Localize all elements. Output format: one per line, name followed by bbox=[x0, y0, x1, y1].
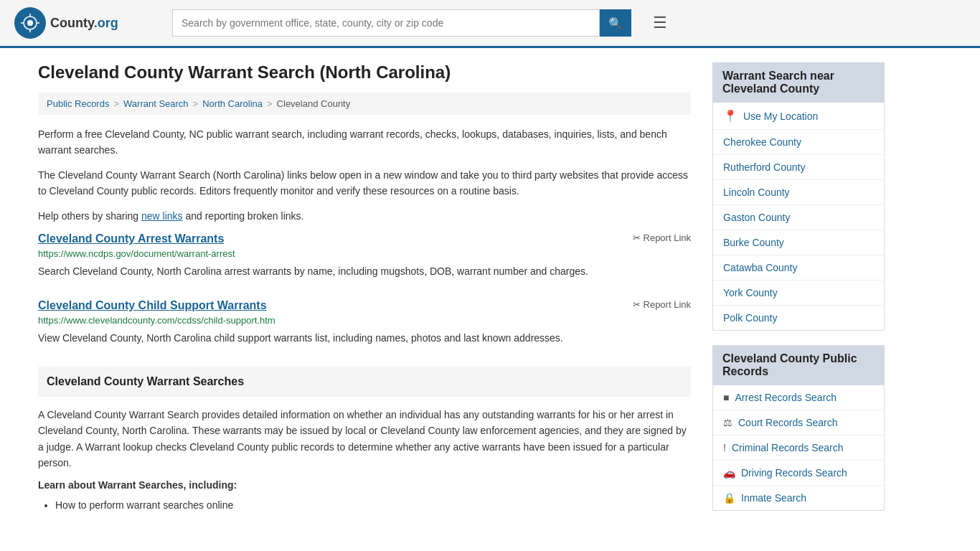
main-container: Cleveland County Warrant Search (North C… bbox=[24, 48, 956, 540]
sidebar-public-records-links: ■ Arrest Records Search ⚖ Court Records … bbox=[712, 385, 885, 511]
page-title: Cleveland County Warrant Search (North C… bbox=[38, 62, 691, 83]
breadcrumb-north-carolina[interactable]: North Carolina bbox=[202, 98, 263, 109]
record-desc-0: Search Cleveland County, North Carolina … bbox=[38, 263, 691, 279]
intro-para-3: Help others by sharing new links and rep… bbox=[38, 208, 691, 224]
report-link-btn-1[interactable]: ✂ Report Link bbox=[633, 299, 691, 310]
sidebar-county-4: Burke County bbox=[713, 230, 884, 255]
learn-heading: Learn about Warrant Searches, including: bbox=[38, 479, 691, 491]
sidebar-nearby-section: Warrant Search near Cleveland County 📍 U… bbox=[712, 62, 885, 331]
record-url-1: https://www.clevelandcounty.com/ccdss/ch… bbox=[38, 315, 691, 326]
pr-link-3[interactable]: Driving Records Search bbox=[741, 467, 847, 479]
county-link-7[interactable]: Polk County bbox=[723, 312, 777, 324]
breadcrumb-warrant-search[interactable]: Warrant Search bbox=[123, 98, 189, 109]
pr-icon-1: ⚖ bbox=[723, 417, 732, 428]
report-link-label-0: Report Link bbox=[644, 232, 691, 243]
warrant-section-body: A Cleveland County Warrant Search provid… bbox=[38, 407, 691, 471]
county-link-5[interactable]: Catawba County bbox=[723, 262, 798, 273]
breadcrumb-public-records[interactable]: Public Records bbox=[47, 98, 109, 109]
sidebar-pr-0: ■ Arrest Records Search bbox=[713, 385, 884, 410]
logo-link[interactable]: County.org bbox=[14, 7, 158, 39]
sidebar-county-7: Polk County bbox=[713, 306, 884, 330]
record-entry-1: Cleveland County Child Support Warrants … bbox=[38, 299, 691, 346]
sidebar-pr-1: ⚖ Court Records Search bbox=[713, 410, 884, 435]
site-header: County.org 🔍 ☰ bbox=[0, 0, 980, 48]
breadcrumb-sep-1: > bbox=[113, 98, 119, 109]
report-link-btn-0[interactable]: ✂ Report Link bbox=[633, 232, 691, 243]
county-link-2[interactable]: Lincoln County bbox=[723, 187, 790, 198]
pr-link-2[interactable]: Criminal Records Search bbox=[732, 442, 844, 453]
pr-link-0[interactable]: Arrest Records Search bbox=[735, 392, 837, 403]
sidebar-public-records-title: Cleveland County Public Records bbox=[712, 345, 885, 385]
pr-icon-4: 🔒 bbox=[723, 492, 735, 504]
sidebar: Warrant Search near Cleveland County 📍 U… bbox=[712, 62, 885, 525]
pr-link-4[interactable]: Inmate Search bbox=[741, 492, 806, 504]
record-title-0[interactable]: Cleveland County Arrest Warrants bbox=[38, 232, 224, 245]
intro-para-3-pre: Help others by sharing bbox=[38, 210, 141, 222]
intro-para-2: The Cleveland County Warrant Search (Nor… bbox=[38, 167, 691, 199]
breadcrumb-cleveland-county: Cleveland County bbox=[277, 98, 351, 109]
record-header-1: Cleveland County Child Support Warrants … bbox=[38, 299, 691, 312]
sidebar-use-location: 📍 Use My Location bbox=[713, 103, 884, 130]
report-link-icon-0: ✂ bbox=[633, 232, 641, 243]
bullet-item-0: How to perform warrant searches online bbox=[55, 496, 691, 514]
record-entry-0: Cleveland County Arrest Warrants ✂ Repor… bbox=[38, 232, 691, 279]
search-button[interactable]: 🔍 bbox=[600, 9, 631, 37]
new-links-link[interactable]: new links bbox=[141, 210, 183, 222]
sidebar-county-0: Cherokee County bbox=[713, 130, 884, 155]
sidebar-county-5: Catawba County bbox=[713, 255, 884, 281]
warrant-section-title: Cleveland County Warrant Searches bbox=[47, 375, 244, 387]
warrant-section-header: Cleveland County Warrant Searches bbox=[38, 367, 691, 397]
logo-icon bbox=[14, 7, 46, 39]
record-url-0: https://www.ncdps.gov/document/warrant-a… bbox=[38, 248, 691, 259]
county-link-1[interactable]: Rutherford County bbox=[723, 161, 805, 173]
sidebar-county-1: Rutherford County bbox=[713, 155, 884, 180]
intro-para-3-post: and reporting broken links. bbox=[183, 210, 304, 222]
pr-icon-3: 🚗 bbox=[723, 467, 735, 479]
county-link-0[interactable]: Cherokee County bbox=[723, 136, 801, 148]
breadcrumb: Public Records > Warrant Search > North … bbox=[38, 93, 691, 115]
sidebar-county-6: York County bbox=[713, 281, 884, 306]
bullet-list: How to perform warrant searches online bbox=[38, 496, 691, 514]
sidebar-nearby-title: Warrant Search near Cleveland County bbox=[712, 62, 885, 103]
sidebar-county-3: Gaston County bbox=[713, 205, 884, 230]
svg-point-2 bbox=[27, 20, 33, 26]
content-area: Cleveland County Warrant Search (North C… bbox=[38, 62, 691, 525]
search-area: 🔍 bbox=[172, 9, 631, 37]
report-link-icon-1: ✂ bbox=[633, 299, 641, 310]
sidebar-county-2: Lincoln County bbox=[713, 180, 884, 205]
sidebar-public-records-section: Cleveland County Public Records ■ Arrest… bbox=[712, 345, 885, 511]
pr-icon-0: ■ bbox=[723, 392, 729, 403]
intro-para-1: Perform a free Cleveland County, NC publ… bbox=[38, 126, 691, 159]
logo-text: County.org bbox=[50, 16, 118, 31]
sidebar-pr-4: 🔒 Inmate Search bbox=[713, 486, 884, 510]
record-desc-1: View Cleveland County, North Carolina ch… bbox=[38, 330, 691, 346]
sidebar-nearby-links: 📍 Use My Location Cherokee County Ruther… bbox=[712, 103, 885, 331]
use-my-location-link[interactable]: Use My Location bbox=[743, 110, 818, 122]
sidebar-pr-3: 🚗 Driving Records Search bbox=[713, 461, 884, 486]
county-link-4[interactable]: Burke County bbox=[723, 237, 784, 248]
record-title-1[interactable]: Cleveland County Child Support Warrants bbox=[38, 299, 267, 312]
sidebar-pr-2: ! Criminal Records Search bbox=[713, 435, 884, 461]
location-icon: 📍 bbox=[723, 109, 738, 123]
county-link-6[interactable]: York County bbox=[723, 287, 778, 298]
record-header-0: Cleveland County Arrest Warrants ✂ Repor… bbox=[38, 232, 691, 245]
search-input[interactable] bbox=[172, 9, 600, 37]
menu-button[interactable]: ☰ bbox=[653, 14, 667, 32]
breadcrumb-sep-2: > bbox=[193, 98, 199, 109]
breadcrumb-sep-3: > bbox=[267, 98, 273, 109]
report-link-label-1: Report Link bbox=[644, 299, 691, 310]
county-link-3[interactable]: Gaston County bbox=[723, 212, 790, 223]
pr-icon-2: ! bbox=[723, 442, 726, 453]
pr-link-1[interactable]: Court Records Search bbox=[738, 417, 838, 428]
